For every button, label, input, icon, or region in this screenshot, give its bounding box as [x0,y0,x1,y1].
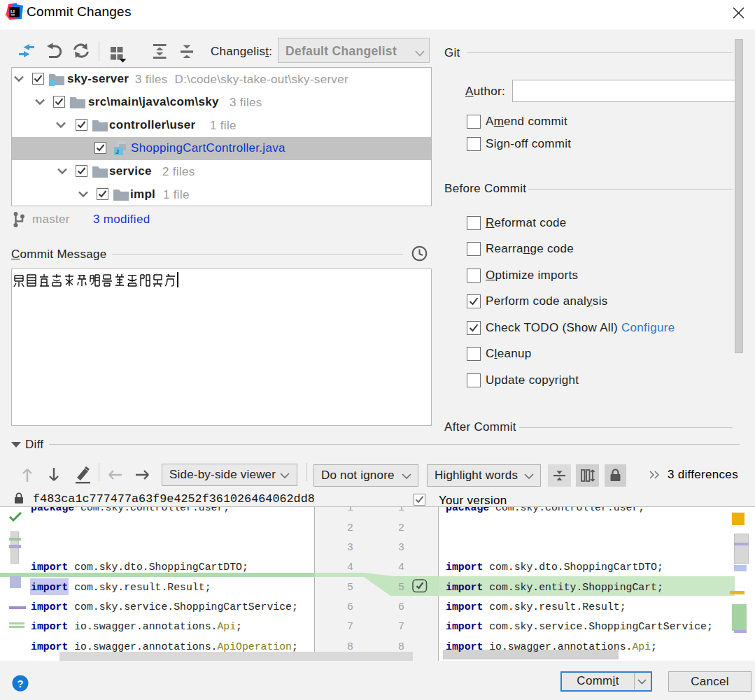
svg-text:IJ: IJ [10,9,15,14]
svg-text:J: J [115,148,119,155]
svg-text:?: ? [17,678,24,690]
